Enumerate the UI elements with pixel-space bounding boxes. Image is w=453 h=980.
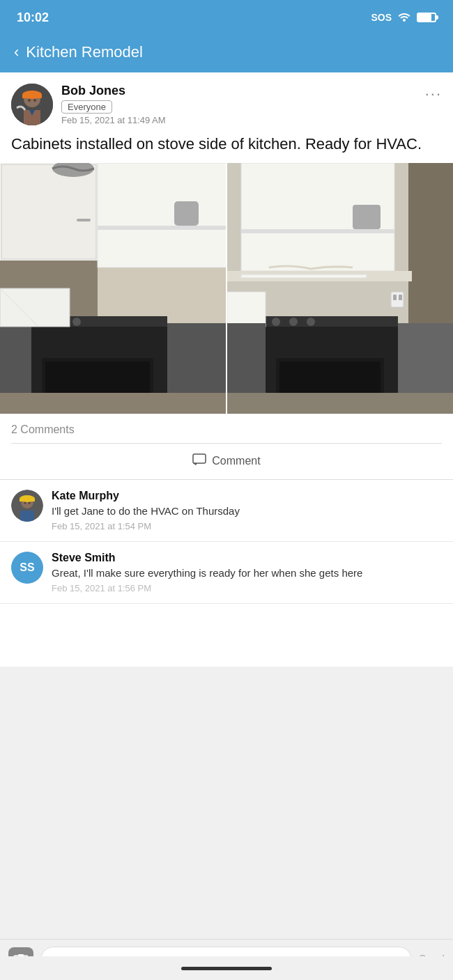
post-header: Bob Jones Everyone Feb 15, 2021 at 11:49… [0, 72, 453, 131]
header-title: Kitchen Remodel [26, 43, 143, 61]
comment-author: Kate Murphy [52, 490, 442, 502]
svg-point-22 [72, 318, 81, 326]
svg-rect-46 [279, 361, 381, 396]
post-content: Bob Jones Everyone Feb 15, 2021 at 11:49… [0, 72, 453, 667]
post-body-text: Cabinets installed on stove side of kitc… [0, 131, 453, 163]
home-indicator [181, 967, 272, 970]
svg-point-56 [24, 501, 26, 504]
status-time: 10:02 [17, 10, 49, 25]
svg-rect-16 [98, 226, 226, 230]
audience-badge: Everyone [61, 100, 112, 114]
svg-rect-36 [241, 274, 367, 278]
post-images [0, 163, 453, 414]
post-image-left [0, 163, 226, 414]
comment-item: SS Steve Smith Great, I'll make sure eve… [0, 542, 453, 604]
back-button[interactable]: ‹ [14, 43, 19, 61]
svg-rect-24 [45, 361, 150, 396]
comment-content-steve: Steve Smith Great, I'll make sure everyt… [52, 552, 442, 593]
status-bar: 10:02 SOS [0, 0, 453, 35]
svg-rect-12 [77, 219, 91, 221]
svg-rect-17 [174, 201, 199, 226]
comments-count: 2 Comments [0, 414, 453, 443]
post-author-name: Bob Jones [61, 84, 442, 98]
more-options-button[interactable]: ··· [425, 85, 442, 103]
svg-rect-32 [241, 229, 394, 233]
comment-item: Kate Murphy I'll get Jane to do the HVAC… [0, 480, 453, 542]
wifi-icon [397, 10, 411, 24]
comment-time: Feb 15, 2021 at 1:54 PM [52, 521, 442, 531]
bottom-spacer [0, 604, 453, 667]
comment-button-label: Comment [212, 455, 260, 467]
svg-point-5 [33, 99, 36, 102]
navigation-header: ‹ Kitchen Remodel [0, 35, 453, 72]
svg-point-44 [307, 318, 315, 326]
svg-rect-51 [193, 454, 206, 463]
svg-rect-27 [0, 288, 70, 327]
svg-rect-58 [20, 511, 34, 522]
author-avatar [11, 84, 53, 125]
commenter-avatar-kate [11, 490, 43, 522]
commenter-avatar-steve: SS [11, 552, 43, 584]
svg-point-42 [272, 318, 280, 326]
svg-rect-47 [227, 292, 266, 327]
status-icons: SOS [371, 10, 436, 24]
svg-rect-34 [353, 205, 381, 229]
comment-time: Feb 15, 2021 at 1:56 PM [52, 583, 442, 593]
svg-rect-39 [399, 295, 402, 300]
svg-rect-41 [262, 316, 398, 327]
comment-text: I'll get Jane to do the HVAC on Thursday [52, 504, 442, 518]
comments-list: Kate Murphy I'll get Jane to do the HVAC… [0, 480, 453, 604]
svg-point-43 [289, 318, 298, 326]
comment-text: Great, I'll make sure everything is read… [52, 566, 442, 580]
svg-point-57 [29, 501, 31, 504]
battery-icon [417, 13, 436, 22]
svg-rect-28 [0, 393, 226, 414]
comment-button[interactable]: Comment [0, 444, 453, 480]
post-timestamp: Feb 15, 2021 at 11:49 AM [61, 115, 442, 125]
post-image-right [227, 163, 453, 414]
comment-content-kate: Kate Murphy I'll get Jane to do the HVAC… [52, 490, 442, 531]
svg-rect-38 [393, 295, 397, 300]
svg-point-4 [28, 99, 31, 102]
svg-rect-55 [20, 499, 35, 501]
svg-rect-3 [22, 95, 42, 98]
post-meta: Bob Jones Everyone Feb 15, 2021 at 11:49… [61, 84, 442, 125]
svg-rect-11 [1, 164, 96, 259]
comment-author: Steve Smith [52, 552, 442, 564]
avatar-initials: SS [20, 561, 34, 574]
comment-icon [192, 453, 206, 469]
svg-rect-15 [98, 163, 226, 267]
sos-indicator: SOS [371, 12, 392, 23]
svg-rect-50 [227, 393, 453, 414]
